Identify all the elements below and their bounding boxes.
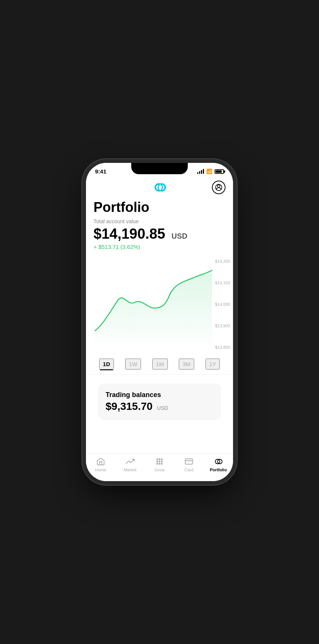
nav-home[interactable]: Home — [86, 457, 115, 472]
svg-point-7 — [157, 461, 158, 462]
bottom-nav: Home Market — [86, 454, 233, 481]
nav-grow[interactable]: Grow — [145, 457, 174, 472]
chart-label-4: $13,900 — [215, 324, 230, 328]
svg-point-10 — [157, 463, 158, 465]
nav-portfolio[interactable]: Portfolio — [204, 457, 233, 472]
period-1w[interactable]: 1W — [125, 359, 141, 370]
nav-market-label: Market — [124, 468, 136, 472]
svg-point-5 — [159, 459, 160, 460]
svg-point-11 — [159, 463, 160, 465]
portfolio-chart — [94, 259, 213, 350]
svg-point-12 — [161, 463, 163, 465]
signal-icon — [197, 169, 204, 174]
trading-value: $9,315.70 USD — [106, 400, 213, 412]
portfolio-change: + $513.71 (3.62%) — [94, 244, 225, 250]
period-1m[interactable]: 1M — [152, 359, 168, 370]
period-1y[interactable]: 1Y — [206, 359, 220, 370]
trending-up-icon — [126, 457, 135, 466]
nav-card[interactable]: Card — [174, 457, 204, 472]
chart-label-3: $14,000 — [215, 302, 230, 307]
svg-point-9 — [161, 461, 163, 462]
portfolio-icon — [214, 457, 223, 466]
period-selector: 1D 1W 1M 3M 1Y — [86, 353, 233, 374]
chart-label-1: $14,200 — [215, 259, 230, 264]
app-logo — [153, 180, 168, 195]
credit-card-icon — [184, 457, 193, 466]
chart-y-labels: $14,200 $14,100 $14,000 $13,900 $13,800 — [213, 259, 233, 350]
app-header — [86, 177, 233, 199]
period-1d[interactable]: 1D — [99, 359, 114, 370]
svg-point-4 — [157, 459, 158, 460]
period-3m[interactable]: 3M — [179, 359, 194, 370]
portfolio-title: Portfolio — [94, 199, 225, 215]
nav-portfolio-label: Portfolio — [210, 468, 227, 472]
trading-currency: USD — [157, 405, 168, 411]
status-icons: 📶 — [197, 169, 224, 174]
portfolio-currency: USD — [172, 232, 187, 240]
trading-title: Trading balances — [106, 391, 213, 399]
home-icon — [96, 457, 105, 466]
svg-point-6 — [161, 459, 163, 460]
chart-label-2: $14,100 — [215, 281, 230, 285]
status-time: 9:41 — [95, 168, 106, 175]
nav-grow-label: Grow — [155, 468, 164, 472]
grid-icon — [155, 457, 164, 466]
portfolio-section: Portfolio Total account value $14,190.85… — [86, 199, 233, 250]
profile-button[interactable] — [212, 181, 225, 194]
portfolio-value: $14,190.85 USD — [94, 226, 225, 242]
wifi-icon: 📶 — [206, 169, 212, 174]
svg-point-2 — [218, 185, 220, 187]
portfolio-label: Total account value — [94, 218, 225, 224]
svg-rect-13 — [185, 459, 193, 464]
svg-point-8 — [159, 461, 160, 462]
nav-market[interactable]: Market — [115, 457, 145, 472]
nav-card-label: Card — [184, 468, 193, 472]
chart-label-5: $13,800 — [215, 345, 230, 350]
nav-home-label: Home — [95, 468, 106, 472]
battery-icon — [215, 169, 224, 174]
main-content: Portfolio Total account value $14,190.85… — [86, 177, 233, 454]
trading-card: Trading balances $9,315.70 USD — [98, 383, 221, 420]
chart-container: $14,200 $14,100 $14,000 $13,900 $13,800 — [86, 256, 233, 353]
trading-section: Trading balances $9,315.70 USD — [86, 374, 233, 432]
